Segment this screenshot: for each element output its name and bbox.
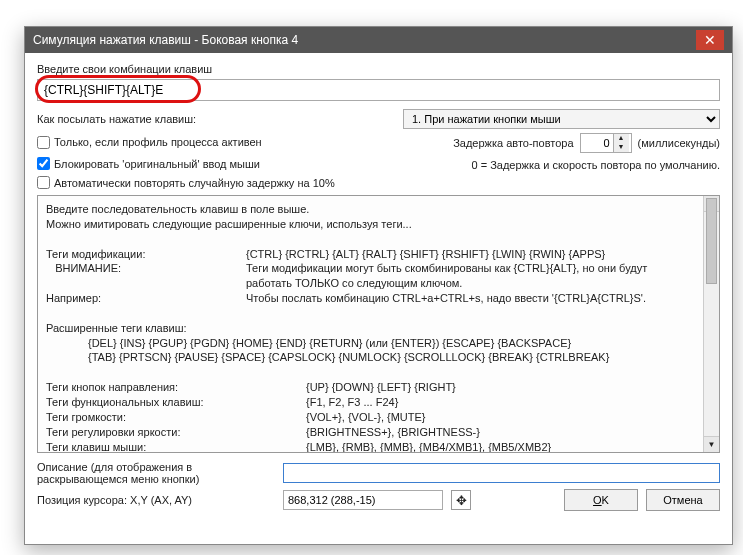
send-mode-label: Как посылать нажатие клавиш:: [37, 113, 397, 125]
content-area: Введите свои комбинации клавиш Как посыл…: [25, 53, 732, 525]
close-button[interactable]: ✕: [696, 30, 724, 50]
ok-button[interactable]: OK: [564, 489, 638, 511]
keycombo-wrapper: [37, 79, 720, 101]
help-example-row: Например: Чтобы послать комбинацию CTRL+…: [46, 291, 711, 306]
keycombo-input[interactable]: [37, 79, 720, 101]
spinner-down-icon[interactable]: ▼: [613, 143, 629, 152]
description-label: Описание (для отображения в раскрывающем…: [37, 461, 275, 485]
help-line: Введите последовательность клавиш в поле…: [46, 202, 711, 217]
cursor-label: Позиция курсора: X,Y (AX, AY): [37, 494, 275, 506]
crosshair-icon[interactable]: ✥: [451, 490, 471, 510]
help-ext-label: Расширенные теги клавиш:: [46, 321, 711, 336]
auto-repeat-spinner[interactable]: ▲ ▼: [580, 133, 632, 153]
options-row-1: Только, если профиль процесса активен За…: [37, 133, 720, 153]
auto-repeat-unit: (миллисекунды): [638, 137, 720, 149]
send-mode-select[interactable]: 1. При нажатии кнопки мыши: [403, 109, 720, 129]
window-title: Симуляция нажатия клавиш - Боковая кнопк…: [33, 33, 696, 47]
help-mod-row: Теги модификации: {CTRL} {RCTRL} {ALT} {…: [46, 247, 711, 262]
scroll-down-icon[interactable]: ▼: [704, 436, 719, 452]
auto-random-delay-check[interactable]: Автоматически повторять случайную задерж…: [37, 176, 720, 189]
scroll-thumb[interactable]: [706, 198, 717, 284]
spinner-up-icon[interactable]: ▲: [613, 134, 629, 143]
options-row-2: Блокировать 'оригинальный' ввод мыши 0 =…: [37, 157, 720, 172]
bottom-section: Описание (для отображения в раскрывающем…: [37, 461, 720, 511]
help-attention-row: ВНИМАНИЕ: Теги модификации могут быть ск…: [46, 261, 711, 276]
cursor-row: Позиция курсора: X,Y (AX, AY) ✥ OK Отмен…: [37, 489, 720, 511]
dialog-window: Симуляция нажатия клавиш - Боковая кнопк…: [24, 26, 733, 545]
auto-repeat-label: Задержка авто-повтора: [453, 137, 573, 149]
auto-repeat-note: 0 = Задержка и скорость повтора по умолч…: [472, 159, 720, 171]
help-scrollbar[interactable]: ▲ ▼: [703, 196, 719, 452]
titlebar: Симуляция нажатия клавиш - Боковая кнопк…: [25, 27, 732, 53]
description-input[interactable]: [283, 463, 720, 483]
close-icon: ✕: [704, 32, 716, 48]
auto-random-delay-checkbox[interactable]: [37, 176, 50, 189]
block-original-checkbox[interactable]: [37, 157, 50, 170]
only-if-profile-checkbox[interactable]: [37, 136, 50, 149]
description-row: Описание (для отображения в раскрывающем…: [37, 461, 720, 485]
auto-repeat-value[interactable]: [581, 137, 613, 149]
cancel-button[interactable]: Отмена: [646, 489, 720, 511]
block-original-check[interactable]: Блокировать 'оригинальный' ввод мыши: [37, 157, 397, 170]
only-if-profile-check[interactable]: Только, если профиль процесса активен: [37, 136, 397, 149]
help-textarea[interactable]: Введите последовательность клавиш в поле…: [37, 195, 720, 453]
cursor-value-input[interactable]: [283, 490, 443, 510]
help-line: Можно имитировать следующие расширенные …: [46, 217, 711, 232]
keycombo-label: Введите свои комбинации клавиш: [37, 63, 720, 75]
send-mode-row: Как посылать нажатие клавиш: 1. При нажа…: [37, 109, 720, 129]
